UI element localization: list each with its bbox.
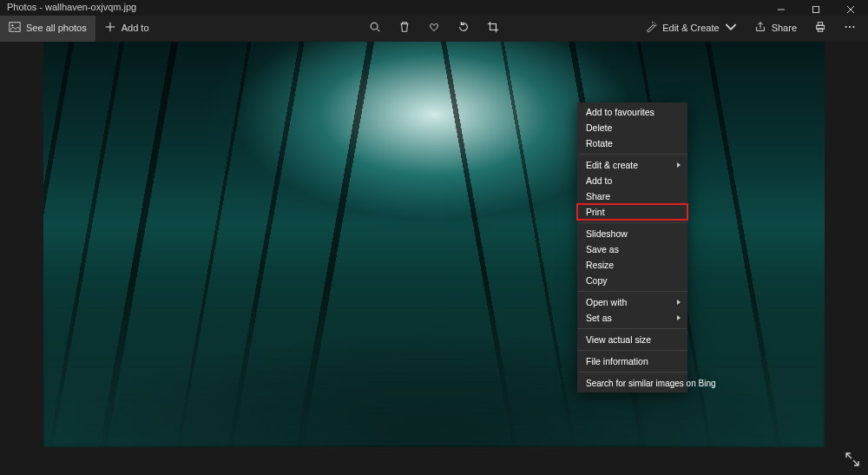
svg-line-9 xyxy=(378,30,380,32)
magic-icon xyxy=(645,21,657,35)
see-all-photos-label: See all photos xyxy=(26,23,87,33)
more-icon xyxy=(844,21,856,35)
menu-edit-create[interactable]: Edit & create xyxy=(577,157,687,173)
edit-create-button[interactable]: Edit & Create xyxy=(636,14,745,42)
edit-create-label: Edit & Create xyxy=(662,23,719,33)
crop-icon xyxy=(487,21,499,35)
menu-separator xyxy=(577,291,687,292)
maximize-button[interactable] xyxy=(799,2,833,17)
title-bar: Photos - wallhaven-oxjvqm.jpg xyxy=(0,0,868,16)
image-icon xyxy=(9,21,21,35)
add-to-button[interactable]: Add to xyxy=(95,14,158,42)
menu-file-information[interactable]: File information xyxy=(577,353,687,369)
window-title: Photos - wallhaven-oxjvqm.jpg xyxy=(0,2,764,12)
menu-add-to-favourites[interactable]: Add to favourites xyxy=(577,104,687,120)
svg-point-15 xyxy=(852,26,854,28)
favourite-button[interactable] xyxy=(419,14,449,42)
close-button[interactable] xyxy=(833,2,868,17)
share-button[interactable]: Share xyxy=(746,14,806,42)
menu-separator xyxy=(577,222,687,223)
more-button[interactable] xyxy=(835,14,865,42)
menu-search-bing[interactable]: Search for similar images on Bing xyxy=(577,375,687,391)
crop-button[interactable] xyxy=(478,14,508,42)
fullscreen-button[interactable] xyxy=(844,451,861,468)
svg-point-8 xyxy=(371,23,378,30)
rotate-icon xyxy=(457,21,470,35)
print-button[interactable] xyxy=(806,14,835,42)
svg-rect-1 xyxy=(813,7,819,13)
delete-button[interactable] xyxy=(390,14,419,42)
menu-print[interactable]: Print xyxy=(577,204,687,220)
menu-separator xyxy=(577,154,687,155)
photo-fog xyxy=(43,265,825,447)
svg-rect-11 xyxy=(818,23,822,26)
zoom-button[interactable] xyxy=(360,14,390,42)
share-icon xyxy=(754,21,766,35)
svg-rect-4 xyxy=(10,23,20,32)
menu-open-with[interactable]: Open with xyxy=(577,294,687,310)
svg-point-13 xyxy=(845,26,847,28)
menu-separator xyxy=(577,350,687,351)
svg-point-5 xyxy=(11,24,13,26)
plus-icon xyxy=(104,21,116,35)
menu-separator xyxy=(577,372,687,373)
share-label: Share xyxy=(772,23,797,33)
menu-add-to[interactable]: Add to xyxy=(577,173,687,188)
chevron-down-icon xyxy=(725,21,737,35)
magnifier-icon xyxy=(369,21,381,35)
minimize-button[interactable] xyxy=(764,2,799,17)
menu-set-as[interactable]: Set as xyxy=(577,310,687,326)
window-controls xyxy=(764,2,868,17)
menu-resize[interactable]: Resize xyxy=(577,257,687,273)
menu-share[interactable]: Share xyxy=(577,188,687,204)
menu-delete[interactable]: Delete xyxy=(577,120,687,135)
see-all-photos-button[interactable]: See all photos xyxy=(0,14,95,42)
heart-icon xyxy=(428,21,440,35)
menu-save-as[interactable]: Save as xyxy=(577,241,687,257)
context-menu: Add to favourites Delete Rotate Edit & c… xyxy=(577,102,687,393)
svg-point-14 xyxy=(849,26,851,28)
toolbar: See all photos Add to xyxy=(0,14,868,42)
menu-slideshow[interactable]: Slideshow xyxy=(577,226,687,241)
add-to-label: Add to xyxy=(122,23,149,33)
rotate-button[interactable] xyxy=(449,14,478,42)
menu-rotate[interactable]: Rotate xyxy=(577,135,687,151)
menu-separator xyxy=(577,328,687,329)
expand-icon xyxy=(844,459,861,471)
menu-copy[interactable]: Copy xyxy=(577,273,687,288)
printer-icon xyxy=(814,21,826,35)
trash-icon xyxy=(398,21,411,35)
menu-view-actual-size[interactable]: View actual size xyxy=(577,332,687,347)
